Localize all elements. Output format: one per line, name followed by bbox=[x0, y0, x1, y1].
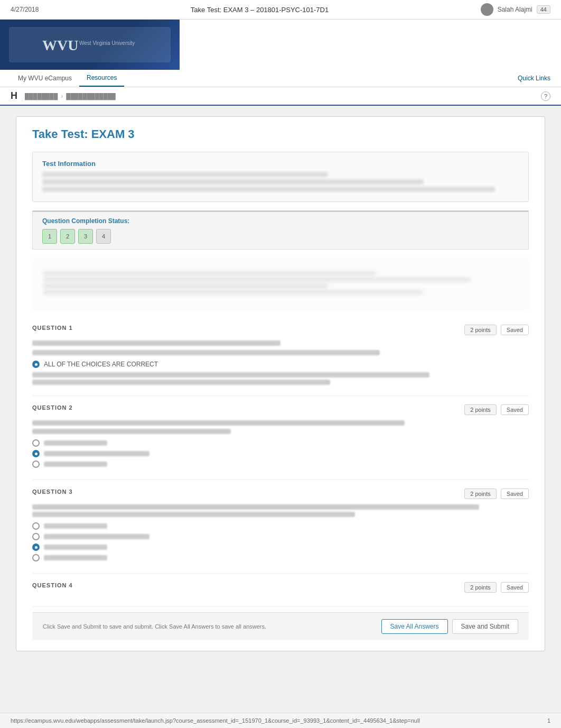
nav-my-wvu[interactable]: My WVU eCampus bbox=[11, 70, 79, 86]
question-3-radio-2[interactable] bbox=[32, 533, 40, 540]
logo-inner: WVU West Virginia University bbox=[9, 27, 171, 62]
question-1-header: QUESTION 1 2 points Saved bbox=[32, 325, 529, 335]
bottom-bar: Click Save and Submit to save and submit… bbox=[32, 612, 529, 640]
blurred-preview bbox=[32, 258, 529, 311]
question-4-header: QUESTION 4 2 points Saved bbox=[32, 582, 529, 593]
test-info-line-3 bbox=[42, 187, 495, 192]
breadcrumb-item-2[interactable]: ████████████ bbox=[66, 93, 116, 99]
question-2-label: QUESTION 2 bbox=[32, 404, 73, 411]
save-submit-button[interactable]: Save and Submit bbox=[452, 619, 518, 634]
completion-section: Question Completion Status: 1 2 3 4 bbox=[32, 210, 529, 250]
completion-btn-3[interactable]: 3 bbox=[78, 229, 93, 244]
avatar bbox=[481, 3, 493, 16]
question-2-option-1 bbox=[32, 439, 529, 447]
quick-links[interactable]: Quick Links bbox=[518, 75, 550, 82]
question-3-label: QUESTION 3 bbox=[32, 489, 73, 495]
breadcrumb-sep-1: › bbox=[61, 93, 63, 100]
question-3-option-3 bbox=[32, 543, 529, 551]
bottom-buttons: Save All Answers Save and Submit bbox=[381, 619, 518, 634]
breadcrumb-item-1[interactable]: ████████ bbox=[25, 93, 58, 99]
page-footer: https://ecampus.wvu.edu/webapps/assessme… bbox=[0, 713, 561, 728]
question-3-option-4 bbox=[32, 554, 529, 561]
question-4-meta: 2 points Saved bbox=[464, 582, 529, 593]
user-count: 44 bbox=[537, 5, 550, 14]
question-1-blur4 bbox=[32, 380, 330, 385]
question-3-opt1-text bbox=[44, 523, 107, 529]
question-4-label: QUESTION 4 bbox=[32, 582, 73, 588]
page-title-top: Take Test: EXAM 3 – 201801-PSYC-101-7D1 bbox=[191, 6, 329, 14]
question-2-option-3 bbox=[32, 460, 529, 468]
question-2-radio-1[interactable] bbox=[32, 439, 40, 447]
question-2-radio-3[interactable] bbox=[32, 460, 40, 468]
breadcrumb: H ████████ › ████████████ bbox=[11, 90, 116, 102]
question-3-opt2-text bbox=[44, 534, 149, 539]
username: Salah Alajmi bbox=[498, 6, 532, 13]
test-info-section: Test Information bbox=[32, 152, 529, 202]
question-1-status: Saved bbox=[501, 325, 529, 335]
test-info-line-1 bbox=[42, 172, 328, 177]
question-1-additional bbox=[32, 372, 529, 385]
date-display: 4/27/2018 bbox=[11, 6, 39, 13]
question-2-opt2-text bbox=[44, 451, 149, 456]
completion-title: Question Completion Status: bbox=[42, 217, 519, 225]
test-container: Take Test: EXAM 3 Test Information Quest… bbox=[16, 116, 545, 651]
question-3-option-2 bbox=[32, 533, 529, 540]
completion-btn-4[interactable]: 4 bbox=[96, 229, 111, 244]
bottom-hint: Click Save and Submit to save and submit… bbox=[43, 623, 266, 630]
question-1-blur3 bbox=[32, 372, 429, 377]
footer-page-num: 1 bbox=[547, 717, 550, 724]
question-3-opt4-text bbox=[44, 555, 107, 560]
question-1-meta: 2 points Saved bbox=[464, 325, 529, 335]
question-3-blur2 bbox=[32, 512, 355, 517]
main-content: Take Test: EXAM 3 Test Information Quest… bbox=[0, 106, 561, 662]
question-2-radio-2[interactable] bbox=[32, 450, 40, 457]
question-1-answer-1-text: ALL OF THE CHOICES ARE CORRECT bbox=[44, 361, 158, 368]
question-3-points: 2 points bbox=[464, 489, 497, 499]
question-1-block: QUESTION 1 2 points Saved ALL OF THE CHO… bbox=[32, 316, 529, 396]
svg-text:WVU: WVU bbox=[42, 37, 78, 53]
user-info: Salah Alajmi 44 bbox=[481, 3, 550, 16]
question-2-opt1-text bbox=[44, 440, 107, 446]
university-logo: WVU West Virginia University bbox=[0, 20, 180, 70]
question-4-block: QUESTION 4 2 points Saved bbox=[32, 574, 529, 607]
footer-url: https://ecampus.wvu.edu/webapps/assessme… bbox=[11, 717, 420, 724]
breadcrumb-bar: H ████████ › ████████████ ? bbox=[0, 87, 561, 106]
question-3-radio-4[interactable] bbox=[32, 554, 40, 561]
question-1-text-blur bbox=[32, 340, 280, 346]
completion-buttons: 1 2 3 4 bbox=[42, 229, 519, 244]
question-4-status: Saved bbox=[501, 582, 529, 593]
save-all-button[interactable]: Save All Answers bbox=[381, 619, 448, 634]
question-2-option-2 bbox=[32, 450, 529, 457]
question-1-label: QUESTION 1 bbox=[32, 325, 73, 331]
question-1-text-blur2 bbox=[32, 350, 380, 355]
question-2-opt3-text bbox=[44, 462, 107, 467]
question-3-option-1 bbox=[32, 522, 529, 530]
svg-text:West Virginia University: West Virginia University bbox=[79, 40, 135, 46]
question-1-radio-1[interactable] bbox=[32, 361, 40, 368]
question-2-status: Saved bbox=[501, 404, 529, 415]
question-3-opt3-text bbox=[44, 545, 107, 550]
nav-bar: My WVU eCampus Resources Quick Links bbox=[0, 70, 561, 87]
breadcrumb-h: H bbox=[11, 90, 17, 102]
question-3-status: Saved bbox=[501, 489, 529, 499]
question-3-blur1 bbox=[32, 504, 479, 510]
question-2-meta: 2 points Saved bbox=[464, 404, 529, 415]
nav-resources[interactable]: Resources bbox=[79, 70, 124, 87]
help-icon[interactable]: ? bbox=[541, 91, 550, 101]
completion-btn-2[interactable]: 2 bbox=[60, 229, 75, 244]
completion-btn-1[interactable]: 1 bbox=[42, 229, 57, 244]
logo-bar: WVU West Virginia University bbox=[0, 20, 561, 70]
test-info-title: Test Information bbox=[42, 160, 519, 168]
question-4-points: 2 points bbox=[464, 582, 497, 593]
question-3-meta: 2 points Saved bbox=[464, 489, 529, 499]
question-3-radio-3[interactable] bbox=[32, 543, 40, 551]
question-2-points: 2 points bbox=[464, 404, 497, 415]
question-1-option-1: ALL OF THE CHOICES ARE CORRECT bbox=[32, 361, 529, 368]
question-2-header: QUESTION 2 2 points Saved bbox=[32, 404, 529, 415]
top-bar: 4/27/2018 Take Test: EXAM 3 – 201801-PSY… bbox=[0, 0, 561, 20]
question-1-points: 2 points bbox=[464, 325, 497, 335]
question-2-blur1 bbox=[32, 420, 405, 426]
test-info-line-2 bbox=[42, 179, 424, 185]
question-2-blur2 bbox=[32, 429, 231, 434]
question-3-radio-1[interactable] bbox=[32, 522, 40, 530]
